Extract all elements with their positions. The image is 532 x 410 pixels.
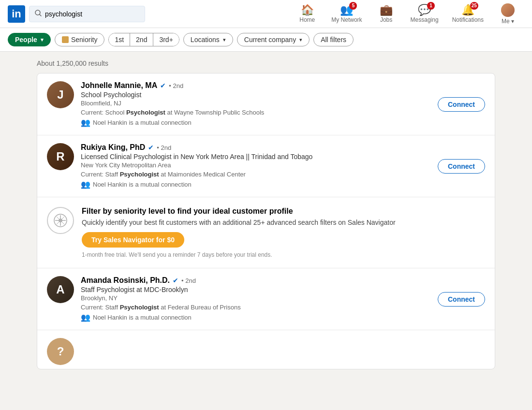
result-location: Bloomfield, NJ — [81, 100, 430, 107]
jobs-icon: 💼 — [380, 4, 393, 16]
nav-messaging-label: Messaging — [411, 16, 439, 23]
results-area: About 1,250,000 results J Johnelle Manni… — [29, 52, 503, 377]
result-location: New York City Metropolitan Area — [81, 161, 430, 169]
name-row: Johnelle Mannie, MA ✔ • 2nd — [81, 81, 430, 90]
result-name[interactable]: Rukiya King, PhD — [81, 143, 145, 152]
current-company-filter-button[interactable]: Current company ▾ — [237, 33, 310, 46]
result-title: School Psychologist — [81, 91, 430, 99]
connect-button[interactable]: Connect — [438, 97, 485, 112]
current-company-label: Current company — [244, 36, 296, 44]
name-row: Rukiya King, PhD ✔ • 2nd — [81, 143, 430, 152]
result-name[interactable]: Amanda Rosinski, Ph.D. — [81, 276, 170, 285]
result-location: Brooklyn, NY — [81, 294, 430, 302]
result-current: Current: Staff Psychologist at Federal B… — [81, 304, 430, 311]
locations-filter-button[interactable]: Locations ▾ — [183, 33, 233, 46]
result-info: Johnelle Mannie, MA ✔ • 2nd School Psych… — [81, 81, 430, 127]
results-count: About 1,250,000 results — [37, 59, 495, 67]
avatar — [501, 3, 515, 17]
nav-me-label: Me ▾ — [502, 18, 514, 25]
result-info: Amanda Rosinski, Ph.D. ✔ • 2nd Staff Psy… — [81, 276, 430, 322]
connection-1st-button[interactable]: 1st — [109, 33, 130, 46]
promo-subtitle: Quickly identify your best fit customers… — [82, 219, 485, 226]
nav-messaging[interactable]: 💬 1 Messaging — [405, 5, 444, 23]
connect-button[interactable]: Connect — [438, 159, 485, 174]
result-title: Licensed Clinical Psychologist in New Yo… — [81, 153, 430, 161]
sales-navigator-icon — [47, 207, 74, 234]
avatar: ? — [47, 338, 74, 365]
table-row: ? — [37, 330, 495, 369]
connect-button[interactable]: Connect — [438, 292, 485, 307]
nav-notifications-label: Notifications — [452, 16, 484, 23]
result-title: Staff Psychologist at MDC-Brooklyn — [81, 286, 430, 293]
results-card: J Johnelle Mannie, MA ✔ • 2nd School Psy… — [37, 73, 495, 369]
mutual-icon: 👥 — [81, 313, 90, 322]
avatar: J — [47, 81, 74, 108]
all-filters-label: All filters — [321, 36, 346, 44]
degree-badge: • 2nd — [157, 144, 171, 151]
search-icon — [34, 9, 42, 19]
nav-jobs[interactable]: 💼 Jobs — [370, 5, 403, 23]
my-network-badge: 5 — [349, 2, 357, 10]
notifications-badge: 25 — [470, 2, 478, 10]
seniority-badge-icon — [62, 36, 69, 43]
nav-home[interactable]: 🏠 Home — [291, 5, 324, 23]
nav-my-network-label: My Network — [331, 16, 362, 23]
nav-jobs-label: Jobs — [380, 16, 392, 23]
table-row: R Rukiya King, PhD ✔ • 2nd Licensed Clin… — [37, 135, 495, 197]
mutual-connection: 👥 Noel Hankin is a mutual connection — [81, 313, 430, 322]
seniority-filter-button[interactable]: Seniority — [55, 33, 104, 46]
promo-content: Filter by seniority level to find your i… — [82, 207, 485, 258]
degree-badge: • 2nd — [181, 277, 196, 284]
locations-chevron-icon: ▾ — [223, 37, 226, 43]
people-filter-button[interactable]: People ▾ — [8, 33, 51, 46]
linkedin-logo[interactable]: in — [8, 5, 25, 23]
promo-item: Filter by seniority level to find your i… — [37, 197, 495, 268]
avatar: R — [47, 143, 74, 170]
mutual-connection: 👥 Noel Hankin is a mutual connection — [81, 118, 430, 127]
filter-bar: People ▾ Seniority 1st 2nd 3rd+ Location… — [0, 28, 532, 52]
people-chevron-icon: ▾ — [41, 37, 44, 43]
home-icon: 🏠 — [301, 4, 314, 16]
result-info: Rukiya King, PhD ✔ • 2nd Licensed Clinic… — [81, 143, 430, 189]
result-name[interactable]: Johnelle Mannie, MA — [81, 81, 157, 90]
try-sales-navigator-button[interactable]: Try Sales Navigator for $0 — [82, 232, 184, 248]
result-current: Current: School Psychologist at Wayne To… — [81, 109, 430, 116]
avatar: A — [47, 276, 74, 303]
seniority-label: Seniority — [71, 36, 97, 44]
name-row: Amanda Rosinski, Ph.D. ✔ • 2nd — [81, 276, 430, 285]
promo-disclaimer: 1-month free trial. We'll send you a rem… — [82, 251, 485, 258]
nav-notifications[interactable]: 🔔 25 Notifications — [446, 5, 489, 23]
verified-icon: ✔ — [173, 277, 178, 284]
result-current: Current: Staff Psychologist at Maimonide… — [81, 171, 430, 178]
all-filters-button[interactable]: All filters — [313, 33, 354, 46]
mutual-icon: 👥 — [81, 118, 90, 127]
nav-me[interactable]: Me ▾ — [491, 3, 524, 25]
mutual-connection: 👥 Noel Hankin is a mutual connection — [81, 180, 430, 189]
locations-label: Locations — [191, 36, 220, 44]
table-row: A Amanda Rosinski, Ph.D. ✔ • 2nd Staff P… — [37, 268, 495, 330]
header: in 🏠 Home 👥 5 My Network — [0, 0, 532, 28]
table-row: J Johnelle Mannie, MA ✔ • 2nd School Psy… — [37, 73, 495, 135]
promo-title: Filter by seniority level to find your i… — [82, 207, 485, 216]
svg-line-1 — [40, 14, 42, 16]
connection-3rd-button[interactable]: 3rd+ — [153, 33, 178, 46]
messaging-badge: 1 — [427, 2, 435, 10]
degree-badge: • 2nd — [169, 82, 183, 89]
verified-icon: ✔ — [160, 82, 166, 89]
verified-icon: ✔ — [148, 144, 154, 151]
search-input[interactable] — [45, 10, 140, 18]
nav-home-label: Home — [299, 16, 315, 23]
connection-2nd-button[interactable]: 2nd — [130, 33, 153, 46]
people-label: People — [15, 36, 37, 44]
connections-filter-group: 1st 2nd 3rd+ — [108, 33, 179, 46]
mutual-icon: 👥 — [81, 180, 90, 189]
main-nav: 🏠 Home 👥 5 My Network 💼 Jobs 💬 1 Messa — [291, 3, 524, 25]
nav-my-network[interactable]: 👥 5 My Network — [325, 5, 368, 23]
search-bar[interactable] — [29, 6, 145, 22]
current-company-chevron-icon: ▾ — [299, 37, 302, 43]
